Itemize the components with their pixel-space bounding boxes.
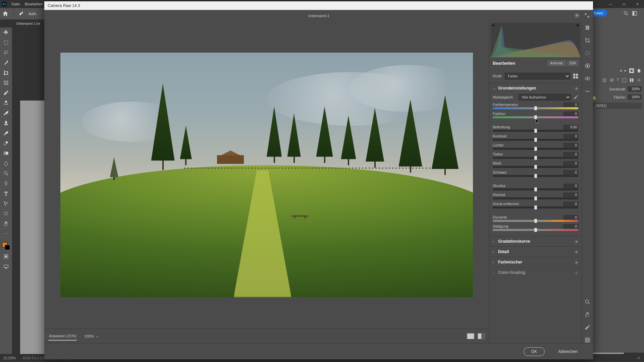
fit-tab[interactable]: Anpassen (21%) xyxy=(48,332,77,341)
blacks-value[interactable] xyxy=(564,170,578,175)
layers-tab-icon[interactable] xyxy=(602,78,607,83)
hand-tool-icon[interactable] xyxy=(584,311,591,318)
eyedropper-tool-icon[interactable] xyxy=(2,89,10,97)
auto-button[interactable]: Automat. xyxy=(548,60,566,66)
crop-tool-icon[interactable] xyxy=(584,37,591,44)
profile-select[interactable]: Farbe xyxy=(505,73,570,79)
home-icon[interactable] xyxy=(2,10,9,17)
color-swatch[interactable] xyxy=(2,242,10,250)
mask-tool-icon[interactable] xyxy=(584,62,591,69)
vibrance-value[interactable] xyxy=(564,215,578,220)
temp-slider[interactable]: Farbtemperatur xyxy=(493,103,578,109)
fullscreen-icon[interactable] xyxy=(584,13,590,19)
contrast-value[interactable] xyxy=(564,134,578,138)
tint-value[interactable] xyxy=(564,112,578,116)
heal-tool-icon[interactable] xyxy=(2,99,10,107)
fill-input[interactable] xyxy=(628,95,641,100)
hand-tool-icon[interactable] xyxy=(2,220,10,227)
shape-tool-icon[interactable] xyxy=(2,210,10,217)
grid-tool-icon[interactable] xyxy=(584,337,591,343)
frame-tool-icon[interactable] xyxy=(2,79,10,86)
wb-select[interactable]: Wie Aufnahme xyxy=(519,94,571,101)
dodge-tool-icon[interactable] xyxy=(2,170,10,177)
maximize-button[interactable]: ▭ xyxy=(617,0,631,8)
sampler-tool-icon[interactable] xyxy=(584,324,591,330)
zoom-tool-icon[interactable] xyxy=(584,298,591,305)
nav-next-icon[interactable]: ▸ xyxy=(625,68,627,74)
close-button[interactable]: ✕ xyxy=(631,0,644,8)
ok-button[interactable]: OK xyxy=(524,347,545,356)
tab4-icon[interactable] xyxy=(622,78,627,83)
shadows-slider[interactable]: Tiefen xyxy=(493,152,578,159)
highlights-value[interactable] xyxy=(564,143,578,147)
clarity-value[interactable] xyxy=(564,193,578,197)
paths-tab-icon[interactable]: T xyxy=(617,78,619,83)
blur-tool-icon[interactable] xyxy=(2,160,10,167)
type-tool-icon[interactable] xyxy=(2,190,10,197)
mask-icon[interactable] xyxy=(629,68,634,74)
highlights-slider[interactable]: Lichter xyxy=(493,143,578,150)
single-view-button[interactable] xyxy=(467,333,474,339)
grading-eye-icon[interactable]: ◉ xyxy=(575,270,578,275)
basic-header[interactable]: ⌄ Grundeinstellungen ◉ xyxy=(489,83,582,93)
more-tools-icon[interactable]: ⋯ xyxy=(2,230,10,237)
compare-view-button[interactable] xyxy=(478,333,485,339)
menu-datei[interactable]: Datei xyxy=(11,2,20,6)
zoom-dropdown-icon[interactable]: ⌄ xyxy=(96,334,99,338)
mixer-section-header[interactable]: ›Farbmischer◉ xyxy=(489,257,582,267)
blacks-slider[interactable]: Schwarz xyxy=(493,170,578,177)
bw-button[interactable]: S/W xyxy=(567,60,578,66)
nav-prev-icon[interactable]: ◂ xyxy=(620,68,622,74)
edit-sliders-icon[interactable] xyxy=(584,24,591,31)
settings-gear-icon[interactable] xyxy=(574,13,580,19)
cancel-button[interactable]: Abbrechen xyxy=(551,348,585,356)
dehaze-slider[interactable]: Dunst entfernen xyxy=(493,202,578,208)
saturation-value[interactable] xyxy=(564,224,578,229)
grading-section-header[interactable]: ›Color-Grading◉ xyxy=(489,267,582,278)
histogram[interactable] xyxy=(491,23,580,56)
minimize-button[interactable]: ― xyxy=(604,0,617,8)
tab5-icon[interactable] xyxy=(629,78,634,83)
move-tool-icon[interactable] xyxy=(2,29,10,36)
lasso-tool-icon[interactable] xyxy=(2,49,10,56)
contrast-slider[interactable]: Kontrast xyxy=(493,134,578,141)
zoom-value[interactable]: 100% xyxy=(84,334,94,338)
crop-tool-icon[interactable] xyxy=(2,69,10,76)
menu-bearbeiten[interactable]: Bearbeiten xyxy=(25,2,43,6)
channels-tab-icon[interactable] xyxy=(609,78,614,83)
preview-canvas[interactable] xyxy=(44,21,489,328)
saturation-slider[interactable]: Sättigung xyxy=(493,224,578,231)
zoom-readout[interactable]: 22,09% xyxy=(3,356,16,360)
heal-tool-icon[interactable] xyxy=(584,50,591,56)
exposure-value[interactable] xyxy=(564,125,578,129)
vibrance-slider[interactable]: Dynamik xyxy=(493,215,578,222)
wand-tool-icon[interactable] xyxy=(2,59,10,66)
gradient-tool-icon[interactable] xyxy=(2,149,10,157)
clarity-slider[interactable]: Klarheit xyxy=(493,193,578,199)
presets-icon[interactable] xyxy=(584,88,591,95)
redeye-tool-icon[interactable] xyxy=(584,75,591,82)
eraser-tool-icon[interactable] xyxy=(2,139,10,147)
history-brush-icon[interactable] xyxy=(2,129,10,137)
whites-value[interactable] xyxy=(564,161,578,166)
wb-eyedropper-icon[interactable] xyxy=(574,95,578,100)
texture-value[interactable] xyxy=(564,184,578,188)
tint-slider[interactable]: Farbton xyxy=(493,112,578,118)
workspace-icon[interactable] xyxy=(632,11,637,17)
whites-slider[interactable]: Weiß xyxy=(493,161,578,168)
layer-row[interactable]: 683_1920(1) xyxy=(586,103,642,109)
pen-tool-icon[interactable] xyxy=(2,180,10,187)
detail-eye-icon[interactable]: ◉ xyxy=(575,250,578,254)
brush-tool-icon[interactable] xyxy=(2,109,10,117)
detail-section-header[interactable]: ›Detail◉ xyxy=(489,247,582,257)
document-tab[interactable]: Unbenannt-1 be xyxy=(13,19,40,27)
temp-value[interactable] xyxy=(564,103,578,107)
trash-icon[interactable] xyxy=(637,68,641,74)
curve-section-header[interactable]: ›Gradationskurve◉ xyxy=(489,236,582,246)
shadows-value[interactable] xyxy=(564,152,578,157)
fx-icon[interactable]: fx xyxy=(638,356,642,361)
quickmask-icon[interactable] xyxy=(2,253,10,260)
mixer-eye-icon[interactable]: ◉ xyxy=(575,260,578,264)
stamp-tool-icon[interactable] xyxy=(2,119,10,127)
profile-browser-icon[interactable] xyxy=(573,73,578,79)
